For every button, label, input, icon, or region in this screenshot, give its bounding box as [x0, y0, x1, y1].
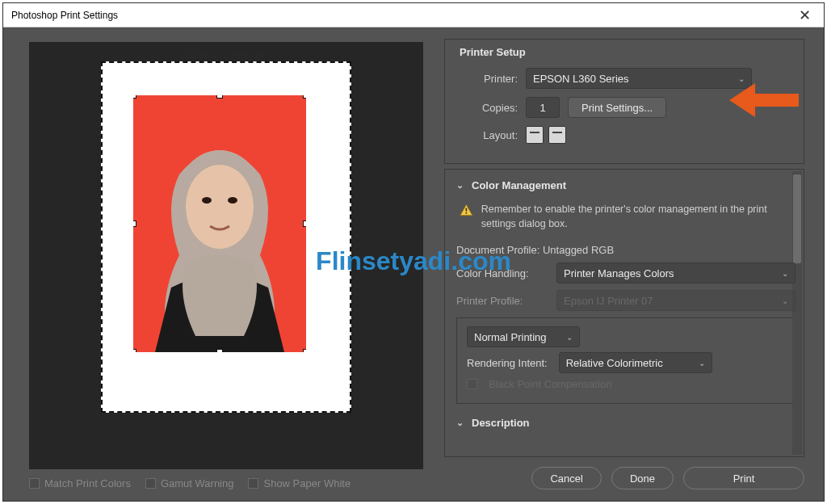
rendering-box: Normal Printing⌄ Rendering Intent: Relat… [456, 317, 796, 404]
window-title: Photoshop Print Settings [11, 10, 118, 21]
warning-icon [460, 203, 473, 217]
layout-landscape-icon[interactable] [548, 126, 566, 144]
chevron-down-icon: ⌄ [456, 180, 464, 191]
chevron-down-icon: ⌄ [699, 359, 705, 368]
options-panel: ⌄ Color Management Remember to enable th… [444, 169, 804, 457]
image-preview[interactable] [133, 95, 306, 352]
resize-handle[interactable] [303, 349, 306, 352]
titlebar: Photoshop Print Settings ✕ [3, 3, 824, 27]
copies-input[interactable]: 1 [526, 97, 560, 118]
resize-handle[interactable] [133, 349, 136, 352]
printer-profile-select: Epson IJ Printer 07⌄ [556, 290, 796, 311]
color-handling-select[interactable]: Printer Manages Colors⌄ [556, 262, 796, 284]
layout-portrait-icon[interactable] [526, 126, 544, 144]
copies-label: Copies: [456, 102, 518, 114]
rendering-intent-label: Rendering Intent: [467, 357, 548, 369]
printer-select[interactable]: EPSON L360 Series⌄ [526, 68, 752, 89]
dimensions-label: 20,99 cm x 29,67 cm [185, 50, 267, 60]
svg-point-3 [228, 197, 237, 204]
print-preview: 20,99 cm x 29,67 cm [29, 42, 423, 469]
resize-handle[interactable] [216, 95, 223, 99]
portrait-placeholder [147, 126, 292, 352]
description-header[interactable]: ⌄ Description [456, 417, 796, 429]
chevron-down-icon: ⌄ [566, 333, 573, 342]
print-settings-window: Photoshop Print Settings ✕ 20,99 cm x 29… [2, 2, 825, 502]
printer-label: Printer: [456, 73, 518, 85]
annotation-arrow-icon [726, 80, 799, 120]
preview-options: Match Print Colors Gamut Warning Show Pa… [29, 477, 423, 489]
print-button[interactable]: Print [683, 467, 804, 489]
gamut-warning-checkbox[interactable]: Gamut Warning [145, 477, 234, 489]
printer-setup-title: Printer Setup [460, 46, 792, 58]
paper-preview[interactable] [101, 61, 351, 413]
chevron-down-icon: ⌄ [456, 418, 464, 428]
done-button[interactable]: Done [611, 467, 674, 489]
warning-text: Remember to enable the printer's color m… [481, 203, 796, 231]
color-handling-label: Color Handling: [456, 267, 547, 279]
chevron-down-icon: ⌄ [782, 296, 788, 305]
rendering-intent-select[interactable]: Relative Colorimetric⌄ [559, 352, 712, 373]
close-icon[interactable]: ✕ [794, 6, 816, 24]
resize-handle[interactable] [133, 95, 136, 99]
resize-handle[interactable] [303, 220, 306, 227]
resize-handle[interactable] [303, 95, 306, 99]
resize-handle[interactable] [133, 220, 136, 227]
chevron-down-icon: ⌄ [782, 269, 788, 278]
svg-rect-4 [466, 208, 468, 211]
show-paper-white-checkbox[interactable]: Show Paper White [248, 477, 351, 489]
cancel-button[interactable]: Cancel [531, 467, 601, 489]
layout-label: Layout: [456, 129, 518, 141]
document-profile: Document Profile: Untagged RGB [456, 244, 796, 256]
scrollbar-thumb[interactable] [793, 174, 801, 263]
svg-point-2 [202, 197, 212, 204]
match-colors-checkbox[interactable]: Match Print Colors [29, 477, 131, 489]
scrollbar[interactable] [792, 171, 802, 455]
printer-profile-label: Printer Profile: [456, 295, 547, 307]
svg-point-1 [186, 165, 254, 249]
color-management-header[interactable]: ⌄ Color Management [456, 179, 796, 191]
print-settings-button[interactable]: Print Settings... [568, 97, 666, 118]
dialog-buttons: Cancel Done Print [444, 467, 804, 489]
black-point-checkbox: Black Point Compensation [467, 378, 785, 390]
printer-setup-section: Printer Setup Printer: EPSON L360 Series… [444, 39, 804, 164]
printing-mode-select[interactable]: Normal Printing⌄ [467, 326, 580, 347]
resize-handle[interactable] [216, 349, 223, 352]
svg-rect-5 [466, 212, 468, 214]
